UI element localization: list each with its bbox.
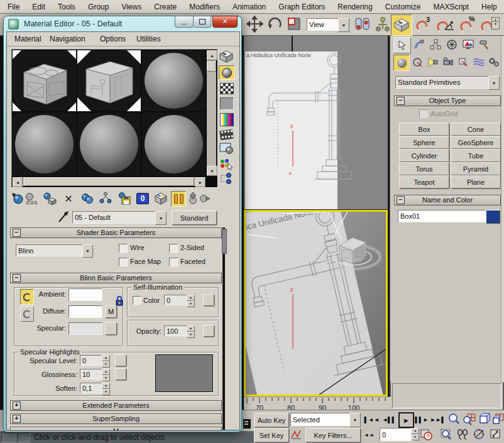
set-key-button[interactable]: Set Key (254, 428, 289, 442)
shader-type-dropdown[interactable]: Blinn (16, 244, 86, 256)
tab-hierarchy[interactable] (427, 37, 444, 52)
scale-button[interactable] (287, 16, 303, 33)
menu-customize[interactable]: Customize (379, 3, 427, 11)
rollout-scrollbar[interactable] (222, 227, 225, 430)
zoom-button[interactable] (447, 413, 461, 425)
key-filters-button[interactable]: Key Filters... (305, 428, 361, 442)
snap-toggle-3d-button[interactable]: 3 (415, 17, 432, 32)
tab-modify[interactable] (411, 37, 427, 52)
primitive-pyramid-button[interactable]: Pyramid (451, 162, 501, 175)
time-configuration-button[interactable] (420, 428, 433, 441)
category-systems[interactable] (486, 55, 501, 70)
arc-rotate-button[interactable] (473, 428, 486, 440)
tab-create[interactable] (393, 37, 411, 53)
vscroll-down-arrow[interactable]: ▼ (207, 166, 217, 176)
shader-type-arrow[interactable]: ▼ (82, 244, 93, 258)
primitive-teapot-button[interactable]: Teapot (399, 175, 449, 189)
menu-graph-editors[interactable]: Graph Editors (272, 3, 331, 11)
sample-slot-6-sphere[interactable] (142, 112, 205, 176)
category-dropdown-arrow[interactable]: ▼ (488, 76, 500, 90)
category-cameras[interactable] (441, 55, 456, 70)
select-move-button[interactable] (246, 16, 263, 33)
sample-uv-tiling-button[interactable] (220, 97, 234, 110)
menu-help[interactable]: Help (475, 3, 503, 11)
menu-views[interactable]: Views (115, 3, 148, 11)
zoom-all-button[interactable] (463, 413, 476, 425)
goto-start-button[interactable]: ▌◄◄ (364, 413, 379, 425)
sample-slot-5-sphere[interactable] (77, 112, 141, 176)
opacity-map-button[interactable] (203, 325, 214, 337)
sample-slot-1-box[interactable] (13, 50, 76, 111)
category-shapes[interactable] (410, 55, 425, 70)
menu-modifiers[interactable]: Modifiers (183, 3, 226, 11)
sample-slot-2-box[interactable] (77, 50, 141, 111)
sample-type-button[interactable] (219, 50, 234, 63)
mat-menu-options[interactable]: Options (100, 35, 126, 43)
frame-spinner[interactable]: ▲▼ (411, 428, 419, 440)
menu-create[interactable]: Create (148, 3, 183, 11)
menu-group[interactable]: Group (82, 3, 115, 11)
key-mode-toggle[interactable] (290, 428, 303, 441)
wire-checkbox[interactable] (119, 244, 128, 253)
primitive-sphere-button[interactable]: Sphere (399, 136, 449, 149)
zoom-extents-button[interactable] (478, 413, 491, 425)
angle-snap-button[interactable] (436, 17, 455, 32)
titlebar[interactable]: Material Editor - 05 - Default — ✕ (4, 16, 241, 31)
material-type-button[interactable]: Standard (172, 211, 217, 225)
samples-hscrollbar[interactable]: ◄ ► (13, 177, 205, 186)
show-map-in-viewport-button[interactable] (154, 192, 168, 205)
go-forward-sibling-button[interactable] (199, 192, 212, 205)
menu-animation[interactable]: Animation (226, 3, 272, 11)
reference-coordinate-dropdown[interactable]: View (307, 18, 342, 31)
menu-tools[interactable]: Tools (52, 3, 82, 11)
video-color-check-button[interactable] (220, 113, 234, 126)
sample-slot-3-sphere[interactable] (142, 50, 205, 111)
go-to-parent-button[interactable] (187, 192, 199, 205)
glossiness-map-button[interactable] (115, 368, 126, 380)
primitive-cylinder-button[interactable]: Cylinder (399, 149, 449, 162)
tab-display[interactable] (460, 37, 476, 52)
viewport-front[interactable]: a Hidáulica Unificada Norte z (244, 36, 388, 209)
put-to-library-button[interactable] (118, 192, 131, 205)
autogrid-checkbox[interactable] (419, 109, 428, 118)
specular-map-button[interactable] (105, 322, 117, 335)
glossiness-spinner[interactable]: ▲▼ (102, 369, 110, 381)
blinn-basic-rollout-header[interactable]: − Blinn Basic Parameters (10, 273, 222, 283)
mat-menu-material[interactable]: Material (14, 35, 41, 43)
primitive-box-button[interactable]: Box (399, 123, 449, 136)
samples-vscrollbar[interactable]: ▲ ▼ (207, 50, 216, 176)
self-illum-map-button[interactable] (203, 294, 214, 306)
backlight-button[interactable] (219, 65, 235, 80)
category-spacewarps[interactable] (471, 55, 486, 70)
percent-snap-button[interactable]: % (459, 17, 476, 32)
ambient-color-swatch[interactable] (68, 288, 102, 301)
category-geometry[interactable] (393, 55, 410, 71)
material-map-navigator-button[interactable] (219, 173, 234, 185)
pick-material-from-object-button[interactable] (57, 210, 70, 224)
background-button[interactable] (220, 83, 234, 94)
spinner-snap-button[interactable]: ▲ ▼ (480, 17, 499, 32)
face-map-checkbox[interactable] (119, 258, 128, 266)
mini-curve-editor-button[interactable] (243, 419, 251, 429)
close-button[interactable]: ✕ (212, 16, 238, 28)
put-material-to-scene-button[interactable] (25, 192, 38, 205)
menu-maxscript[interactable]: MAXScript (427, 3, 475, 11)
snaps-toggle-button[interactable] (391, 14, 412, 36)
next-frame-button[interactable]: ▌▌► (415, 413, 429, 425)
primitive-tube-button[interactable]: Tube (451, 149, 501, 162)
object-color-swatch[interactable] (486, 210, 500, 224)
mat-menu-navigation[interactable]: Navigation (50, 35, 85, 43)
minimize-button[interactable]: — (175, 16, 194, 28)
auto-key-button[interactable]: Auto Key (254, 413, 289, 427)
primitive-cone-button[interactable]: Cone (451, 123, 501, 136)
rotate-button[interactable] (266, 16, 283, 33)
current-frame-field[interactable]: 0 (380, 428, 415, 441)
lock-ambient-diffuse-button[interactable] (20, 289, 34, 305)
panel-scrollbar[interactable] (501, 36, 504, 382)
primitive-plane-button[interactable]: Plane (451, 175, 501, 189)
maps-rollout-header-clipped[interactable]: M (10, 427, 222, 431)
shader-basic-rollout-header[interactable]: − Shader Basic Parameters (10, 227, 222, 238)
geometry-category-dropdown[interactable]: Standard Primitives (395, 76, 492, 89)
selection-set-dropdown[interactable]: Selected (290, 413, 353, 426)
tab-motion[interactable] (444, 37, 460, 52)
